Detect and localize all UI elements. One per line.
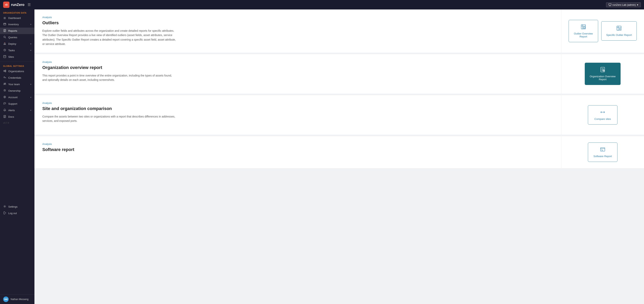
user-avatar: NM [3,296,9,302]
report-actions-outliers: Outlier OverviewReport Specific Outlier … [561,10,644,53]
report-desc-site-comparison: Compare the assets between two sites or … [42,114,176,123]
report-title-org-overview: Organization overview report [42,65,553,70]
outlier-overview-icon [580,24,586,30]
inventory-icon [3,23,6,26]
svg-line-21 [4,70,5,71]
report-desc-org-overview: This report provides a point in time ove… [42,73,176,82]
report-category-site-comparison: Analysis [42,101,553,104]
sidebar-user[interactable]: NM Nathan Messeng [0,294,34,304]
report-section-org-overview: Analysis Organization overview report Th… [34,54,644,94]
svg-point-11 [4,36,5,38]
sidebar-label-your-team: Your team [8,83,20,86]
software-report-button[interactable]: Software Report [588,142,618,162]
svg-point-14 [4,42,5,43]
account-icon [3,96,6,99]
svg-line-12 [5,38,6,38]
sidebar-label-organizations: Organizations [8,70,24,73]
report-category-software: Analysis [42,142,553,145]
app-logo[interactable]: r0 runZero [3,2,24,8]
sidebar-label-reports: Reports [8,29,17,32]
sidebar-label-logout: Log out [8,212,17,215]
svg-rect-3 [4,23,6,25]
org-overview-icon [600,67,606,73]
sites-icon [3,55,6,59]
software-report-icon [600,147,606,153]
hamburger-icon[interactable]: ☰ [28,3,31,7]
settings-icon [3,205,6,208]
org-overview-report-button[interactable]: Organization OverviewReport [585,63,620,85]
main-content: Analysis Outliers Explore outlier fields… [34,10,644,304]
tasks-icon [3,49,6,52]
sidebar-item-reports[interactable]: Reports [0,28,34,34]
tasks-chevron: ▾ [30,49,31,51]
reports-icon [3,29,6,33]
svg-rect-20 [5,71,6,72]
sidebar-item-your-team[interactable]: Your team ▾ [0,81,34,88]
your-team-chevron: ▾ [30,83,31,85]
dropdown-chevron: ▾ [637,3,638,6]
sidebar-divider-1 [0,61,34,62]
navbar-left: r0 runZero ☰ [3,2,31,8]
sidebar-item-sites[interactable]: Sites [0,54,34,60]
sidebar-section-org: ORGANIZATION DATA [0,10,34,15]
sidebar-item-docs[interactable]: Docs [0,113,34,120]
outlier-overview-label: Outlier OverviewReport [574,32,593,38]
sidebar-item-dashboard[interactable]: ⊞ Dashboard [0,15,34,21]
svg-rect-19 [5,70,6,71]
sidebar-item-settings[interactable]: Settings [0,203,34,210]
report-category-outliers: Analysis [42,16,553,19]
sidebar-item-support[interactable]: Support [0,101,34,107]
outlier-overview-button[interactable]: Outlier OverviewReport [568,20,598,42]
svg-rect-41 [617,26,621,30]
sidebar-item-tasks[interactable]: Tasks ▾ [0,47,34,54]
report-section-site-comparison: Analysis Site and organization compariso… [34,95,644,135]
report-info-software: Analysis Software report [34,136,561,168]
organizations-icon [3,70,6,73]
logo-icon: r0 [3,2,10,8]
sidebar-item-credentials[interactable]: Credentials [0,75,34,81]
user-name: Nathan Messeng [11,298,28,301]
sidebar-label-ownership: Ownership [8,89,20,92]
svg-rect-53 [600,148,605,151]
svg-point-27 [4,83,5,84]
svg-rect-40 [584,27,585,28]
svg-point-44 [619,28,620,30]
sidebar-label-queries: Queries [8,36,17,39]
sidebar-item-inventory[interactable]: Inventory ▾ [0,21,34,28]
svg-point-30 [4,97,5,97]
svg-point-28 [5,83,6,84]
alerts-chevron: ▾ [30,109,31,111]
sidebar-item-logout[interactable]: Log out [0,210,34,216]
sidebar-item-ownership[interactable]: Ownership [0,88,34,94]
compare-sites-button[interactable]: Compare sites [588,105,618,125]
queries-icon [3,36,6,39]
sidebar-label-settings: Settings [8,205,18,208]
alerts-icon [3,109,6,112]
sidebar-item-account[interactable]: Account ▾ [0,94,34,101]
svg-point-29 [4,96,6,98]
svg-rect-18 [4,71,4,71]
logo-text: runZero [11,3,24,7]
specific-outlier-icon [616,26,622,32]
svg-rect-16 [4,55,6,58]
report-title-software: Software report [42,147,553,152]
compare-sites-icon [600,109,606,115]
report-category-org-overview: Analysis [42,61,553,64]
sidebar-item-deploy[interactable]: Deploy ▾ [0,41,34,47]
support-icon [3,102,6,105]
sidebar-item-queries[interactable]: Queries [0,34,34,41]
sidebar-label-inventory: Inventory [8,23,19,26]
svg-point-23 [4,77,5,78]
report-desc-outliers: Explore outlier fields and attributes ac… [42,29,176,46]
inventory-chevron: ▾ [30,23,31,26]
report-info-site-comparison: Analysis Site and organization compariso… [34,95,561,135]
ownership-icon [3,89,6,92]
specific-outlier-button[interactable]: Specific Outlier Report [601,21,637,41]
sidebar-item-organizations[interactable]: Organizations [0,68,34,75]
sidebar-bottom: Settings Log out [0,203,34,216]
svg-line-22 [4,71,5,72]
sidebar-item-alerts[interactable]: Alerts ▾ [0,107,34,113]
account-label: runZero Lab (admin) [612,3,636,6]
report-info-org-overview: Analysis Organization overview report Th… [34,54,561,94]
account-badge[interactable]: runZero Lab (admin) ▾ [606,2,641,7]
